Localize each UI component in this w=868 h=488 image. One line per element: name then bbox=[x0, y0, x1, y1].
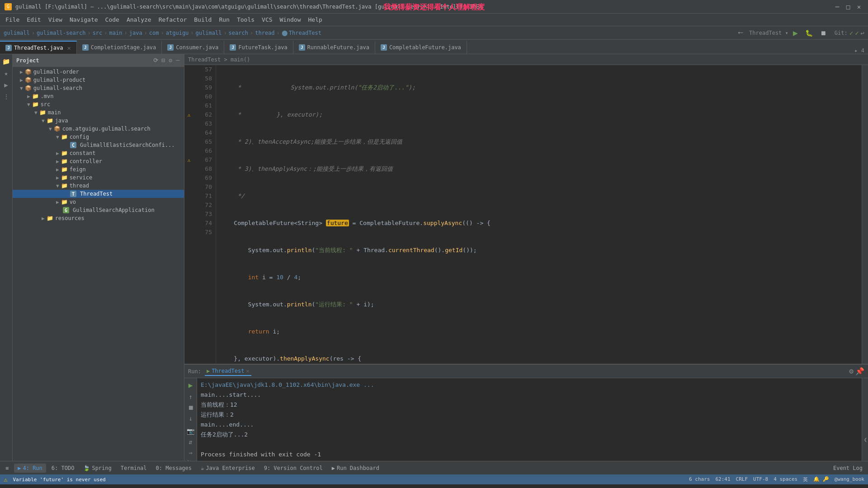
menu-file[interactable]: File bbox=[2, 15, 23, 24]
run-controls: ← ThreadTest ▾ ▶ 🐛 ⏹ Git: ✓ ✓ ↩ bbox=[734, 27, 864, 38]
bottom-tab-event-log[interactable]: Event Log bbox=[830, 464, 866, 473]
run-scroll-icon[interactable]: ⇵ bbox=[188, 437, 193, 446]
editor-area: ThreadTest > main() ⚠ ⚠ bbox=[184, 54, 868, 461]
tab-close-button[interactable]: ✕ bbox=[67, 44, 71, 52]
tree-item-main[interactable]: ▼ 📁 main bbox=[13, 108, 184, 117]
run-config-selector[interactable]: ThreadTest ▾ bbox=[749, 30, 788, 36]
breadcrumb-gulimall2[interactable]: gulimall bbox=[196, 30, 222, 36]
bottom-tab-run[interactable]: ▶ 4: Run bbox=[14, 464, 46, 473]
warning-icon: ⚠ bbox=[4, 476, 7, 483]
breadcrumb-java[interactable]: java bbox=[129, 30, 142, 36]
tree-item-feign[interactable]: ▶ 📁 feign bbox=[13, 165, 184, 174]
menu-edit[interactable]: Edit bbox=[23, 15, 44, 24]
minimize-button[interactable]: ─ bbox=[833, 2, 842, 11]
tab-futuretask[interactable]: J FutureTask.java bbox=[224, 41, 293, 54]
maximize-button[interactable]: □ bbox=[844, 2, 853, 11]
debug-button[interactable]: 🐛 bbox=[802, 28, 816, 38]
code-scroll[interactable]: ThreadTest > main() ⚠ ⚠ bbox=[184, 54, 868, 364]
tab-completablefuture[interactable]: J CompletableFuture.java bbox=[375, 41, 467, 54]
collapse-icon[interactable]: ⊟ bbox=[161, 56, 166, 65]
tab-threadtest[interactable]: J ThreadTest.java ✕ bbox=[0, 41, 77, 54]
menu-view[interactable]: View bbox=[45, 15, 66, 24]
menu-tools[interactable]: Tools bbox=[233, 15, 258, 24]
breadcrumb-threadtest[interactable]: ⬤ ThreadTest bbox=[282, 30, 321, 36]
run-down-icon[interactable]: ↓ bbox=[188, 414, 193, 423]
menu-build[interactable]: Build bbox=[190, 15, 215, 24]
breadcrumb-thread[interactable]: thread bbox=[255, 30, 274, 36]
minimize-panel-icon[interactable]: ─ bbox=[175, 56, 180, 65]
tree-item-package[interactable]: ▼ 📦 com.atguigu.gulimall.search bbox=[13, 125, 184, 133]
breadcrumb-atguigu[interactable]: atguigu bbox=[166, 30, 189, 36]
tab-consumer[interactable]: J Consumer.java bbox=[162, 41, 224, 54]
tab-runnablefuture[interactable]: J RunnableFuture.java bbox=[293, 41, 375, 54]
status-indent[interactable]: 4 spaces bbox=[774, 476, 797, 483]
breadcrumb-src[interactable]: src bbox=[93, 30, 103, 36]
run-indent-icon[interactable]: ⇒ bbox=[188, 448, 193, 457]
close-button[interactable]: ✕ bbox=[854, 2, 863, 11]
menu-help[interactable]: Help bbox=[305, 15, 326, 24]
tree-item-java[interactable]: ▼ 📁 java bbox=[13, 117, 184, 125]
menu-refactor[interactable]: Refactor bbox=[155, 15, 191, 24]
menu-code[interactable]: Code bbox=[102, 15, 123, 24]
project-icon[interactable]: 📁 bbox=[1, 56, 12, 67]
tree-item-mvn[interactable]: ▶ 📁 .mvn bbox=[13, 92, 184, 100]
sync-icon[interactable]: ⟳ bbox=[152, 56, 159, 65]
menu-run[interactable]: Run bbox=[215, 15, 233, 24]
code-content[interactable]: * System.out.println("任务2启动了..."); * }, … bbox=[216, 65, 862, 364]
tree-item-resources[interactable]: ▶ 📁 resources bbox=[13, 214, 184, 222]
tree-item-gulimall-search[interactable]: ▼ 📦 gulimall-search bbox=[13, 84, 184, 92]
navigate-back-button[interactable]: ← bbox=[734, 27, 747, 38]
status-chars: 6 chars bbox=[689, 476, 710, 483]
menu-analyze[interactable]: Analyze bbox=[123, 15, 155, 24]
status-user: @wang_book bbox=[835, 476, 864, 483]
tree-item-controller[interactable]: ▶ 📁 controller bbox=[13, 157, 184, 165]
menu-vcs[interactable]: VCS bbox=[258, 15, 276, 24]
stop-button[interactable]: ⏹ bbox=[817, 28, 829, 38]
tree-item-gulimallsearchapp[interactable]: G GulimallSearchApplication bbox=[13, 206, 184, 214]
tab-label: RunnableFuture.java bbox=[307, 44, 369, 51]
settings-gear-icon[interactable]: ⚙ bbox=[849, 367, 854, 375]
favorites-icon[interactable]: ★ bbox=[1, 68, 12, 79]
tree-item-vo[interactable]: ▶ 📁 vo bbox=[13, 198, 184, 206]
menu-window[interactable]: Window bbox=[276, 15, 305, 24]
tree-item-threadtest[interactable]: T ThreadTest bbox=[13, 190, 184, 198]
bottom-tab-terminal[interactable]: Terminal bbox=[117, 464, 151, 473]
run-stop-icon[interactable]: ⏹ bbox=[187, 403, 195, 412]
pin-icon[interactable]: 📌 bbox=[855, 367, 864, 375]
run-icon[interactable]: ▶ bbox=[1, 80, 12, 90]
structure-icon[interactable]: ⋮ bbox=[1, 91, 12, 102]
status-position[interactable]: 62:41 bbox=[715, 476, 730, 483]
bottom-tab-messages[interactable]: 0: Messages bbox=[152, 464, 195, 473]
bottom-tab-spring[interactable]: 🍃 Spring bbox=[80, 464, 115, 473]
tree-item-config[interactable]: ▼ 📁 config bbox=[13, 133, 184, 141]
status-line-ending[interactable]: CRLF bbox=[736, 476, 748, 483]
tree-item-service[interactable]: ▶ 📁 service bbox=[13, 174, 184, 182]
tree-item-constant[interactable]: ▶ 📁 constant bbox=[13, 149, 184, 157]
status-encoding[interactable]: UTF-8 bbox=[753, 476, 768, 483]
breadcrumb-gulimall[interactable]: gulimall bbox=[4, 30, 30, 36]
run-screenshot-icon[interactable]: 📷 bbox=[186, 427, 195, 436]
run-tab-threadtest[interactable]: ▶ ThreadTest ✕ bbox=[205, 367, 251, 376]
breadcrumb-search[interactable]: search bbox=[229, 30, 248, 36]
tree-item-thread[interactable]: ▼ 📁 thread bbox=[13, 182, 184, 190]
bottom-tab-todo[interactable]: 6: TODO bbox=[48, 464, 78, 473]
tree-item-src[interactable]: ▼ 📁 src bbox=[13, 100, 184, 108]
settings-icon[interactable]: ⚙ bbox=[168, 56, 173, 65]
menu-navigate[interactable]: Navigate bbox=[66, 15, 102, 24]
bottom-tab-expand[interactable]: ≡ bbox=[2, 464, 12, 473]
run-button[interactable]: ▶ bbox=[790, 28, 801, 38]
breadcrumb-com[interactable]: com bbox=[149, 30, 159, 36]
tree-item-gulimall-product[interactable]: ▶ 📦 gulimall-product bbox=[13, 76, 184, 84]
bottom-tab-java-enterprise[interactable]: ☕ Java Enterprise bbox=[197, 464, 259, 473]
run-bookmark-icon[interactable]: 🔖 bbox=[186, 459, 195, 461]
run-restart-icon[interactable]: ▶ bbox=[188, 380, 194, 390]
tree-item-gulimallelastic[interactable]: C GulimallElasticSearchConfi... bbox=[13, 141, 184, 149]
bottom-tab-run-dashboard[interactable]: ▶ Run Dashboard bbox=[328, 464, 383, 473]
breadcrumb-main[interactable]: main bbox=[109, 30, 123, 36]
tab-completionstage[interactable]: J CompletionStage.java bbox=[77, 41, 162, 54]
tree-item-gulimall-order[interactable]: ▶ 📦 gulimall-order bbox=[13, 68, 184, 76]
window-title: gulimall [F:\gulimall] — ...\gulimall-se… bbox=[15, 4, 833, 10]
breadcrumb-gulimall-search[interactable]: gulimall-search bbox=[37, 30, 85, 36]
run-stop-up-icon[interactable]: ↑ bbox=[188, 392, 193, 401]
bottom-tab-version-control[interactable]: 9: Version Control bbox=[260, 464, 326, 473]
